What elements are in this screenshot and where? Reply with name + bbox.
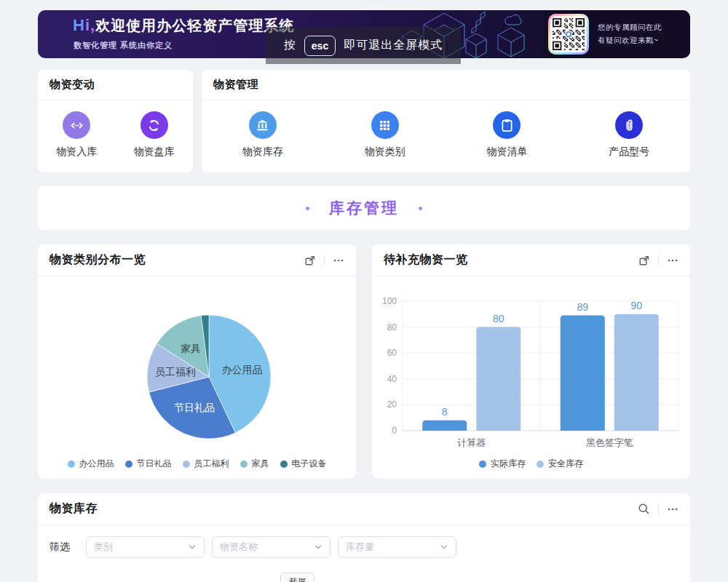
filter-select[interactable]: 物资名称 <box>212 536 331 558</box>
quick-action-item[interactable]: 物资类别 <box>365 111 405 159</box>
card-header: 物资类别分布一览 <box>38 244 356 276</box>
sync-icon <box>141 111 168 139</box>
legend-dot <box>479 461 486 468</box>
clipboard-icon <box>493 111 521 139</box>
esc-key-badge: esc <box>304 36 336 56</box>
svg-text:0: 0 <box>392 426 397 436</box>
svg-text:80: 80 <box>387 322 397 332</box>
select-placeholder: 类别 <box>94 541 113 554</box>
filter-label: 筛选 <box>50 541 70 554</box>
legend-item[interactable]: 实际库存 <box>479 458 526 470</box>
material-change-card: 物资变动 物资入库物资盘库 <box>38 70 193 172</box>
pie-chart: 办公用品节日礼品员工福利家具 <box>38 276 356 451</box>
legend-item[interactable]: 家具 <box>240 458 269 470</box>
legend-item[interactable]: 节日礼品 <box>125 458 172 470</box>
legend-dot <box>280 461 288 468</box>
legend-item[interactable]: 电子设备 <box>280 458 327 470</box>
bank-icon <box>249 111 277 139</box>
svg-text:100: 100 <box>382 296 397 306</box>
restock-needed-card: 待补充物资一览 020406080100计算器880黑色签字笔8990 实际库存… <box>372 244 690 479</box>
select-placeholder: 库存量 <box>346 541 374 554</box>
legend-dot <box>240 461 248 468</box>
quick-action-item[interactable]: 产品型号 <box>609 111 649 159</box>
decorative-dot <box>306 207 309 210</box>
legend-label: 安全库存 <box>548 458 583 470</box>
svg-text:60: 60 <box>387 348 397 358</box>
qr-caption: 您的专属顾问在此 有疑问欢迎来戳~ <box>598 21 662 47</box>
fullscreen-exit-tip: 按 esc 即可退出全屏模式 <box>266 27 461 64</box>
svg-text:8: 8 <box>442 406 448 418</box>
bar-chart: 020406080100计算器880黑色签字笔8990 <box>372 276 690 455</box>
filter-select[interactable]: 类别 <box>86 536 205 558</box>
select-placeholder: 物资名称 <box>220 541 258 554</box>
card-title: 物资库存 <box>50 501 98 517</box>
svg-text:家具: 家具 <box>181 343 201 354</box>
legend-label: 办公用品 <box>79 458 114 470</box>
svg-text:20: 20 <box>387 399 397 410</box>
svg-text:80: 80 <box>493 313 505 324</box>
card-header: 物资变动 <box>38 70 193 100</box>
section-title: 库存管理 <box>329 198 399 218</box>
more-icon[interactable] <box>333 255 344 266</box>
card-header: 物资库存 <box>38 493 690 525</box>
more-icon[interactable] <box>667 503 678 515</box>
legend-label: 员工福利 <box>194 458 229 470</box>
legend-item[interactable]: 安全库存 <box>537 458 583 470</box>
legend-label: 实际库存 <box>491 458 526 470</box>
card-title: 待补充物资一览 <box>384 252 468 268</box>
card-header: 待补充物资一览 <box>372 244 690 276</box>
inventory-section-band: 库存管理 <box>38 186 690 230</box>
quick-action-item[interactable]: 物资清单 <box>486 111 527 159</box>
quick-action-item[interactable]: 物资库存 <box>242 111 283 159</box>
legend-label: 家具 <box>252 458 269 470</box>
legend-dot <box>183 461 190 468</box>
svg-text:黑色签字笔: 黑色签字笔 <box>586 437 633 448</box>
legend-label: 电子设备 <box>292 458 327 470</box>
quick-action-item[interactable]: 物资入库 <box>56 111 97 159</box>
filter-select[interactable]: 库存量 <box>338 536 456 558</box>
screenshot-button[interactable]: 截屏 <box>280 573 314 582</box>
svg-text:节日礼品: 节日礼品 <box>174 402 215 413</box>
bar-legend: 实际库存安全库存 <box>372 458 690 470</box>
svg-text:89: 89 <box>577 301 588 313</box>
svg-text:办公用品: 办公用品 <box>222 364 263 375</box>
quick-action-label: 物资盘库 <box>134 146 175 159</box>
category-distribution-card: 物资类别分布一览 办公用品节日礼品员工福利家具 办公用品节日礼品员工福利家具电子… <box>38 244 356 479</box>
card-title: 物资类别分布一览 <box>50 252 146 268</box>
transfer-icon <box>63 111 90 139</box>
divider <box>324 255 325 266</box>
more-icon[interactable] <box>667 255 678 266</box>
paperclip-icon <box>615 111 643 139</box>
divider <box>658 504 659 514</box>
banner-title: Hi,欢迎使用办公轻资产管理系统 <box>73 16 294 36</box>
quick-action-label: 产品型号 <box>609 146 649 159</box>
divider <box>658 255 659 266</box>
search-icon[interactable] <box>638 503 650 515</box>
inventory-card: 物资库存 筛选 类别物资名称库存量 截屏 <box>38 493 690 582</box>
legend-dot <box>125 461 132 468</box>
chevron-down-icon <box>440 543 448 551</box>
material-manage-card: 物资管理 物资库存物资类别物资清单产品型号 <box>202 70 690 172</box>
grid-icon <box>371 111 399 139</box>
quick-action-item[interactable]: 物资盘库 <box>134 111 175 159</box>
card-title: 物资变动 <box>50 78 95 92</box>
quick-action-label: 物资类别 <box>365 146 405 159</box>
svg-text:计算器: 计算器 <box>457 437 486 448</box>
banner-greeting: Hi, <box>73 16 95 34</box>
quick-action-label: 物资库存 <box>242 146 283 159</box>
expand-icon[interactable] <box>638 255 650 266</box>
qr-code <box>548 14 589 55</box>
legend-dot <box>537 461 544 468</box>
chevron-down-icon <box>188 543 197 551</box>
decorative-dot <box>419 207 422 210</box>
pie-legend: 办公用品节日礼品员工福利家具电子设备 <box>38 458 356 470</box>
svg-text:员工福利: 员工福利 <box>155 366 196 378</box>
card-title: 物资管理 <box>213 78 258 92</box>
expand-icon[interactable] <box>304 255 316 266</box>
legend-item[interactable]: 员工福利 <box>183 458 229 470</box>
legend-item[interactable]: 办公用品 <box>68 458 114 470</box>
svg-text:90: 90 <box>630 300 642 311</box>
legend-dot <box>68 461 75 468</box>
banner-subtitle: 数智化管理 系统由你定义 <box>74 40 173 51</box>
consultant-qr-panel: 您的专属顾问在此 有疑问欢迎来戳~ <box>542 10 690 58</box>
